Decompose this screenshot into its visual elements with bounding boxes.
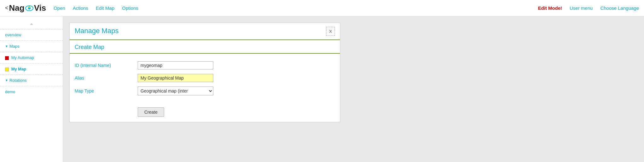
panel-title: Manage Maps xyxy=(75,27,118,35)
svg-point-3 xyxy=(29,6,30,7)
create-map-form: ID (Internal Name) Alias Map Type Geogra… xyxy=(70,59,340,106)
sidebar-item-automap[interactable]: My Automap xyxy=(0,53,63,62)
sidebar-divider-5 xyxy=(0,86,63,86)
logo-lt: < xyxy=(5,5,9,11)
logo-text: Nag xyxy=(9,3,25,13)
create-button[interactable]: Create xyxy=(138,107,164,117)
id-row: ID (Internal Name) xyxy=(75,61,335,69)
sidebar-divider-1 xyxy=(0,40,63,41)
user-menu-link[interactable]: User menu xyxy=(570,5,593,11)
id-label: ID (Internal Name) xyxy=(75,63,138,68)
sidebar-section-rotations[interactable]: ▼ Rotations xyxy=(0,76,63,85)
main-area: overview ▼ Maps My Automap My Map ▼ Rota… xyxy=(0,16,644,162)
content-area: Manage Maps X Create Map ID (Internal Na… xyxy=(63,16,644,162)
create-row: Create xyxy=(70,106,340,122)
arrow-up-icon xyxy=(30,23,33,25)
nav-right: Edit Mode! User menu Choose Language xyxy=(538,5,639,11)
alias-row: Alias xyxy=(75,74,335,82)
sidebar-item-demo[interactable]: demo xyxy=(0,87,63,96)
sidebar-rotations-label: Rotations xyxy=(9,78,27,83)
logo-eye-icon xyxy=(25,4,34,13)
nav-open[interactable]: Open xyxy=(54,5,65,11)
sidebar-section-maps[interactable]: ▼ Maps xyxy=(0,42,63,51)
create-map-section-title: Create Map xyxy=(70,40,340,54)
mymap-icon xyxy=(5,68,9,71)
nav-actions[interactable]: Actions xyxy=(73,5,88,11)
manage-maps-panel: Manage Maps X Create Map ID (Internal Na… xyxy=(69,23,340,122)
sidebar-divider-3 xyxy=(0,63,63,63)
sidebar-maps-label: Maps xyxy=(9,44,20,49)
alias-label: Alias xyxy=(75,75,138,81)
close-button[interactable]: X xyxy=(326,27,335,36)
logo-vis: Vis xyxy=(34,3,46,13)
sidebar-item-overview[interactable]: overview xyxy=(0,31,63,39)
map-type-row: Map Type Geographical map (inter xyxy=(75,87,335,95)
id-input[interactable] xyxy=(138,61,213,69)
alias-input[interactable] xyxy=(138,74,213,82)
triangle-icon-rotations: ▼ xyxy=(5,79,8,82)
topbar: < Nag Vis Open Actions Edit Map Options … xyxy=(0,0,644,16)
panel-header: Manage Maps X xyxy=(70,23,340,40)
choose-language-link[interactable]: Choose Language xyxy=(600,5,639,11)
nav-options[interactable]: Options xyxy=(122,5,138,11)
sidebar: overview ▼ Maps My Automap My Map ▼ Rota… xyxy=(0,16,63,162)
edit-mode-button[interactable]: Edit Mode! xyxy=(538,5,562,11)
map-type-select[interactable]: Geographical map (inter xyxy=(138,87,213,95)
sidebar-divider-2 xyxy=(0,52,63,52)
automap-icon xyxy=(5,56,9,60)
sidebar-divider-4 xyxy=(0,75,63,75)
sidebar-divider-top xyxy=(0,29,63,29)
sidebar-item-mymap[interactable]: My Map xyxy=(0,65,63,73)
triangle-icon-maps: ▼ xyxy=(5,45,8,48)
nav-edit-map[interactable]: Edit Map xyxy=(96,5,114,11)
logo: < Nag Vis xyxy=(5,3,46,13)
main-nav: Open Actions Edit Map Options xyxy=(54,5,538,11)
automap-label: My Automap xyxy=(11,55,34,60)
mymap-label: My Map xyxy=(11,67,26,71)
map-type-label: Map Type xyxy=(75,88,138,93)
sidebar-scroll-up[interactable] xyxy=(0,19,63,28)
